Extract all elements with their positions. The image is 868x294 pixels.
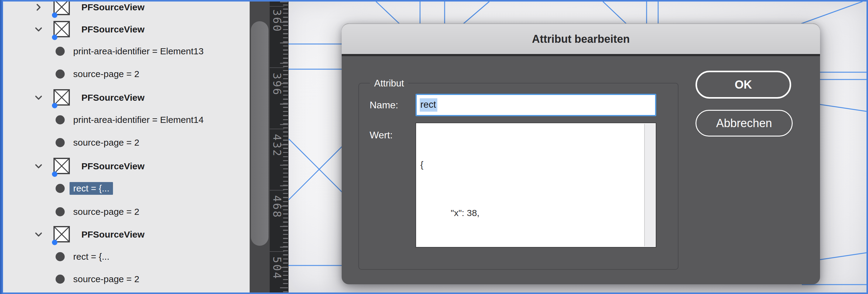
wert-label: Wert:: [370, 129, 393, 141]
chevron-down-icon[interactable]: [33, 161, 44, 171]
tree-row-label: PFSourceView: [82, 2, 145, 12]
window-focus-border-right: [866, 0, 868, 294]
wert-textarea-content: { "x": 38, "y": 41, "width": 768, "heigh…: [416, 124, 644, 248]
chevron-down-icon[interactable]: [33, 93, 44, 103]
ruler-number: 504: [271, 250, 283, 286]
name-label: Name:: [370, 99, 398, 111]
tree-row-label: print-area-identifier = Element14: [69, 113, 207, 126]
tree-row-label: source-page = 2: [69, 68, 143, 80]
dialog-title: Attribut bearbeiten: [342, 24, 820, 54]
attribute-bullet-icon: [56, 184, 65, 193]
attribute-bullet-icon: [56, 115, 65, 124]
tree-row-label: PFSourceView: [82, 161, 145, 171]
pfsourceview-icon: [53, 2, 70, 17]
tree-row-label: source-page = 2: [69, 205, 143, 218]
vertical-ruler: 360 396 432 468 504: [270, 2, 288, 292]
ok-button[interactable]: OK: [695, 71, 791, 99]
cancel-button[interactable]: Abbrechen: [695, 110, 793, 136]
sidebar-scrollbar-track[interactable]: [250, 2, 270, 292]
sidebar-scrollbar-thumb[interactable]: [251, 21, 269, 246]
ruler-number: 360: [271, 3, 283, 39]
tree-row-pfsourceview[interactable]: PFSourceView: [3, 155, 250, 177]
application-window: PFSourceView PFSourceView print-area-ide…: [0, 0, 868, 294]
tree-row-attribute[interactable]: print-area-identifier = Element13: [3, 40, 250, 63]
attribute-bullet-icon: [56, 47, 65, 56]
tree-row-label: source-page = 2: [69, 136, 143, 149]
attribute-edit-dialog: Attribut bearbeiten Attribut Name: rect …: [342, 23, 820, 284]
tree-row-label: rect = {...: [69, 182, 113, 195]
pfsourceview-icon: [53, 157, 70, 176]
tree-row-attribute[interactable]: source-page = 2: [3, 131, 250, 154]
ruler-number: 468: [271, 189, 283, 225]
tree-row-label: PFSourceView: [82, 93, 145, 103]
tree-row-pfsourceview[interactable]: PFSourceView: [3, 18, 250, 41]
attribute-bullet-icon: [56, 138, 65, 147]
object-tree-sidebar: PFSourceView PFSourceView print-area-ide…: [3, 2, 250, 292]
tree-row-attribute[interactable]: source-page = 2: [3, 268, 250, 290]
tree-row-label: PFSourceView: [82, 24, 145, 35]
tree-row-label: rect = {...: [69, 250, 113, 263]
chevron-down-icon[interactable]: [33, 229, 44, 240]
tree-row-attribute[interactable]: source-page = 2: [3, 63, 250, 85]
name-input[interactable]: rect: [415, 94, 656, 116]
tree-row-label: PFSourceView: [82, 229, 145, 240]
tree-row-attribute[interactable]: print-area-identifier = Element14: [3, 109, 250, 131]
tree-row-label: source-page = 2: [69, 273, 143, 286]
attribute-bullet-icon: [56, 207, 65, 216]
dialog-titlebar[interactable]: Attribut bearbeiten: [342, 23, 820, 56]
pfsourceview-icon: [53, 20, 70, 39]
wert-textarea[interactable]: { "x": 38, "y": 41, "width": 768, "heigh…: [415, 123, 656, 248]
window-focus-border-left: [0, 0, 3, 294]
tree-row-pfsourceview[interactable]: PFSourceView: [3, 87, 250, 109]
tree-row-pfsourceview[interactable]: PFSourceView: [3, 223, 250, 246]
fieldset-legend: Attribut: [370, 77, 408, 90]
window-focus-border-top: [0, 0, 868, 2]
attribute-bullet-icon: [56, 274, 65, 284]
ruler-number: 432: [271, 127, 283, 164]
chevron-down-icon[interactable]: [33, 24, 44, 35]
chevron-right-icon[interactable]: [33, 2, 44, 12]
name-input-selected-text: rect: [420, 98, 437, 112]
tree-row-label: print-area-identifier = Element13: [69, 45, 207, 58]
attribute-bullet-icon: [56, 252, 65, 261]
tree-row-pfsourceview[interactable]: PFSourceView: [3, 2, 250, 19]
tree-row-attribute-selected[interactable]: rect = {...: [3, 177, 250, 200]
pfsourceview-icon: [53, 88, 70, 107]
pfsourceview-icon: [53, 225, 70, 244]
textarea-scrollbar-track[interactable]: [644, 124, 655, 247]
ruler-number: 396: [271, 66, 283, 103]
window-focus-border-bottom: [0, 292, 868, 294]
attribute-bullet-icon: [56, 69, 65, 78]
tree-row-attribute[interactable]: source-page = 2: [3, 201, 250, 223]
tree-row-attribute[interactable]: rect = {...: [3, 246, 250, 268]
